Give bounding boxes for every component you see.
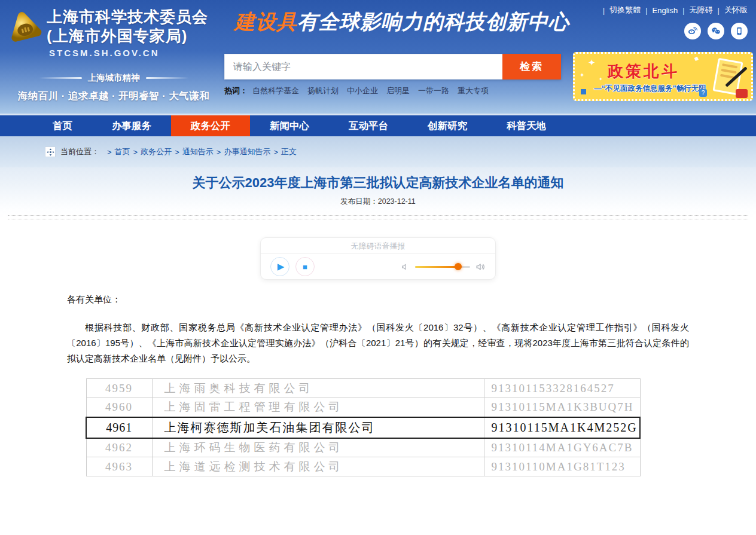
breadcrumb-prefix: 当前位置： [60,146,99,157]
writing-hand-illustration [708,57,749,99]
breadcrumb-link[interactable]: 政务公开 [141,146,172,157]
table-row[interactable]: 4962 上海环码生物医药有限公司 91310114MA1GY6AC7B [86,438,640,457]
stop-icon[interactable]: ■ [295,257,315,276]
serial-number-cell: 4962 [86,438,152,457]
hot-word-link[interactable]: 扬帆计划 [307,85,339,96]
company-name-cell: 上海柯赛德斯加美石油集团有限公司 [152,417,484,438]
breadcrumb-separator: > [107,148,112,157]
serial-number-cell: 4960 [86,398,152,417]
org-name-line1: 上海市科学技术委员会 [47,7,208,26]
publish-date: 发布日期：2023-12-11 [0,197,756,207]
credit-code-cell: 91310114MA1GY6AC7B [484,438,640,457]
org-name-line2: (上海市外国专家局) [47,26,208,45]
company-name-cell: 上海环码生物医药有限公司 [152,438,484,457]
square-decoration [581,89,586,94]
mobile-icon[interactable] [731,23,748,39]
company-name-cell: 上海道远检测技术有限公司 [152,457,484,476]
org-name-block: 上海市科学技术委员会 (上海市外国专家局) STCSM.SH.GOV.CN [47,7,208,58]
notice-paragraph: 根据科技部、财政部、国家税务总局《高新技术企业认定管理办法》（国科发火〔2016… [67,320,689,366]
volume-control [401,262,486,272]
search-input[interactable] [224,54,502,80]
link-separator: | [682,6,684,15]
breadcrumb-link[interactable]: 通知告示 [182,146,214,157]
sparkle-decoration: ✦ [588,57,596,68]
article-body: 各有关单位： 根据科技部、财政部、国家税务总局《高新技术企业认定管理办法》（国科… [0,294,756,366]
search-button[interactable]: 检索 [502,54,561,80]
hot-word-link[interactable]: 启明星 [386,85,410,96]
salutation: 各有关单位： [67,294,689,305]
question-badge: ? [699,89,707,97]
link-separator: | [718,6,720,15]
nav-item[interactable]: 首页 [33,115,92,136]
breadcrumb: 当前位置： >首页 >政务公开 >通知告示 >办事通知告示 >正文 [0,136,756,167]
utility-link[interactable]: 无障碍 [690,5,713,16]
serial-number-cell: 4961 [86,417,152,438]
nav-item[interactable]: 互动平台 [329,115,408,136]
hot-word-link[interactable]: 重大专项 [458,85,489,96]
nav-item[interactable]: 办事服务 [92,115,171,136]
hot-word-link[interactable]: 中小企业 [347,85,378,96]
link-separator: | [645,6,647,15]
hand-cuff-icon [736,89,748,98]
table-row[interactable]: 4963 上海道远检测技术有限公司 91310110MA1G81T123 [86,457,640,476]
table-row[interactable]: 4959 上海雨奥科技有限公司 913101153328164527 [86,379,640,398]
stcsm-logo [7,10,42,47]
serial-number-cell: 4963 [86,457,152,476]
serial-number-cell: 4959 [86,379,152,398]
nav-item[interactable]: 创新研究 [408,115,487,136]
volume-slider[interactable] [415,266,470,268]
company-list-table: 4959 上海雨奥科技有限公司 913101153328164527 4960 … [86,378,641,476]
hot-words-label: 热词： [224,85,248,96]
weibo-icon[interactable] [684,23,701,39]
volume-mute-icon [401,262,410,271]
utility-link[interactable]: English [653,6,678,15]
breadcrumb-link[interactable]: 首页 [115,146,130,157]
social-icons-row [684,23,748,39]
volume-loud-icon [475,262,486,272]
credit-code-cell: 91310110MA1G81T123 [484,457,640,476]
dotted-divider [8,215,748,219]
calligraphy-slogan: 建设具有全球影响力的科技创新中心 [234,8,569,36]
audio-reader-widget: 无障碍语音播报 ▶ ■ [260,237,496,280]
nav-item[interactable]: 政务公开 [171,115,250,136]
breadcrumb-link[interactable]: 正文 [281,146,297,157]
company-name-cell: 上海雨奥科技有限公司 [152,379,484,398]
company-name-cell: 上海固雷工程管理有限公司 [152,398,484,417]
company-list-table-wrap: 4959 上海雨奥科技有限公司 913101153328164527 4960 … [86,378,756,476]
page-title: 关于公示2023年度上海市第三批拟认定高新技术企业名单的通知 [0,175,756,191]
site-search: 检索 热词： 自然科学基金扬帆计划中小企业启明星一带一路重大专项 [224,54,561,96]
sparkle-decoration: ✦ [580,72,584,78]
table-row[interactable]: 4961 上海柯赛德斯加美石油集团有限公司 91310115MA1K4M252G [86,417,640,438]
volume-knob[interactable] [455,263,462,270]
breadcrumb-separator: > [273,148,278,157]
play-icon[interactable]: ▶ [270,257,289,276]
table-row[interactable]: 4960 上海固雷工程管理有限公司 91310115MA1K3BUQ7H [86,398,640,417]
main-navigation: 首页 办事服务 政务公开 新闻中心 互动平台 创新研究 科普天地 [0,115,756,136]
audio-reader-title: 无障碍语音播报 [261,238,495,254]
utility-link[interactable]: 关怀版 [724,5,748,16]
utility-link[interactable]: 切换繁體 [609,5,641,16]
hot-word-link[interactable]: 一带一路 [418,85,449,96]
wechat-icon[interactable] [708,23,724,39]
volume-fill [415,266,458,268]
city-spirit-motto: 海纳百川 · 追求卓越 · 开明睿智 · 大气谦和 [0,90,227,103]
breadcrumb-separator: > [217,148,221,157]
credit-code-cell: 91310115MA1K3BUQ7H [484,398,640,417]
hot-word-link[interactable]: 自然科学基金 [252,85,299,96]
credit-code-cell: 913101153328164527 [484,379,640,398]
article-header: 关于公示2023年度上海市第三批拟认定高新技术企业名单的通知 发布日期：2023… [0,167,756,219]
credit-code-cell: 91310115MA1K4M252G [484,417,640,438]
slogan-rest: 有全球影响力的科技创新中心 [297,10,569,33]
hot-words-row: 热词： 自然科学基金扬帆计划中小企业启明星一带一路重大专项 [224,85,561,96]
breadcrumb-separator: > [133,148,138,157]
sparkle-decoration: ✦ [599,77,603,82]
city-spirit-block: 上海城市精神 海纳百川 · 追求卓越 · 开明睿智 · 大气谦和 [0,72,227,103]
city-spirit-title: 上海城市精神 [0,72,227,84]
link-separator: | [603,6,605,15]
breadcrumb-link[interactable]: 办事通知告示 [224,146,270,157]
nav-item[interactable]: 科普天地 [487,115,566,136]
nav-item[interactable]: 新闻中心 [250,115,329,136]
site-header: |切换繁體 |English |无障碍 |关怀版 [0,0,756,114]
slogan-lead: 建设具 [234,10,297,33]
policy-beidou-banner[interactable]: ✦ ✦ ✦ ◆ 政策北斗 —“不见面政务信息服务”畅行无阻 ? [573,52,753,101]
